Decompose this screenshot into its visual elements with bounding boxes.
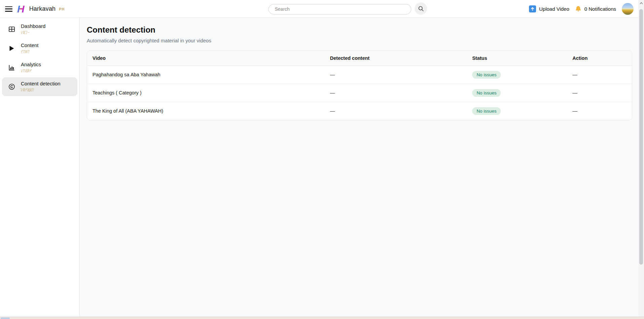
vertical-scrollbar-thumb[interactable] bbox=[639, 9, 643, 265]
grid-icon bbox=[8, 26, 15, 33]
video-title[interactable]: Teachings ( Category ) bbox=[87, 84, 325, 102]
column-header-video: Video bbox=[87, 51, 325, 66]
main-content: Content detection Automatically detect c… bbox=[80, 18, 644, 319]
column-header-detected-content: Detected content bbox=[325, 51, 467, 66]
scroll-up-arrow-icon[interactable] bbox=[638, 1, 644, 5]
user-avatar[interactable] bbox=[622, 3, 634, 15]
bar-chart-icon bbox=[8, 64, 15, 71]
upload-icon bbox=[529, 5, 536, 12]
status-badge: No issues bbox=[472, 107, 501, 115]
table-header-row: Video Detected content Status Action bbox=[87, 51, 632, 66]
sidebar-item-content[interactable]: Content ᜣᜳᜨᜦᜨ bbox=[2, 39, 77, 58]
sidebar-item-label: Content detection bbox=[21, 80, 61, 87]
search-icon bbox=[418, 6, 424, 12]
sidebar-item-label: Dashboard bbox=[21, 23, 45, 30]
search-button[interactable] bbox=[415, 2, 427, 15]
status-badge: No issues bbox=[472, 71, 501, 79]
search-input[interactable] bbox=[268, 4, 411, 14]
bell-icon bbox=[575, 6, 581, 12]
detected-content-value: — bbox=[325, 84, 467, 102]
sidebar-item-analytics[interactable]: Analytics ᜠᜨᜮᜲᜦᜲᜣ bbox=[2, 58, 77, 77]
region-badge: PH bbox=[59, 7, 65, 11]
detected-content-value: — bbox=[325, 102, 467, 120]
action-value: — bbox=[567, 102, 632, 120]
play-icon bbox=[8, 45, 15, 51]
top-bar: H Harkavah PH Upload Video 0 Notificatio… bbox=[0, 0, 644, 18]
table-row: The King of All (ABA YAHAWAH) — No issue… bbox=[87, 102, 632, 120]
vertical-scrollbar[interactable] bbox=[638, 0, 644, 317]
search-group bbox=[268, 3, 427, 15]
topbar-right-group: Upload Video 0 Notifications bbox=[529, 0, 634, 18]
page-subtitle: Automatically detect copyrighted materia… bbox=[87, 38, 632, 43]
sidebar-item-label: Content bbox=[21, 42, 39, 49]
sidebar-item-dashboard[interactable]: Dashboard ᜧᜰᜪᜳᜭ bbox=[2, 20, 77, 39]
sidebar-item-native-label: ᜣᜳᜨᜦᜨ bbox=[21, 49, 39, 55]
hamburger-menu-icon[interactable] bbox=[5, 6, 12, 12]
sidebar-item-native-label: ᜧᜲᜦᜲᜣᜰᜬᜳᜨ bbox=[21, 87, 61, 93]
brand-logo-icon[interactable]: H bbox=[17, 4, 25, 14]
column-header-status: Status bbox=[467, 51, 567, 66]
action-value: — bbox=[567, 84, 632, 102]
topbar-left-group: H Harkavah PH bbox=[5, 0, 65, 18]
detected-content-value: — bbox=[325, 66, 467, 84]
notifications-button[interactable]: 0 Notifications bbox=[584, 6, 616, 12]
sidebar: Dashboard ᜧᜰᜪᜳᜭ Content ᜣᜳᜨᜦᜨ Analytics … bbox=[0, 18, 80, 319]
horizontal-scrollbar-thumb[interactable] bbox=[1, 318, 10, 319]
sidebar-item-native-label: ᜠᜨᜮᜲᜦᜲᜣ bbox=[21, 68, 41, 74]
video-title[interactable]: The King of All (ABA YAHAWAH) bbox=[87, 102, 325, 120]
sidebar-item-native-label: ᜧᜰᜪᜳᜭ bbox=[21, 30, 45, 36]
copyright-icon bbox=[8, 83, 15, 90]
horizontal-scrollbar[interactable] bbox=[0, 317, 644, 319]
page-title: Content detection bbox=[87, 25, 632, 35]
column-header-action: Action bbox=[567, 51, 632, 66]
table-row: Teachings ( Category ) — No issues — bbox=[87, 84, 632, 102]
action-value: — bbox=[567, 66, 632, 84]
content-detection-table-card: Video Detected content Status Action Pag… bbox=[87, 50, 632, 120]
sidebar-item-content-detection[interactable]: Content detection ᜧᜲᜦᜲᜣᜰᜬᜳᜨ bbox=[2, 77, 77, 96]
sidebar-item-label: Analytics bbox=[21, 61, 41, 68]
table-row: Paghahandog sa Aba Yahawah — No issues — bbox=[87, 66, 632, 84]
upload-video-button[interactable]: Upload Video bbox=[539, 6, 569, 12]
content-detection-table: Video Detected content Status Action Pag… bbox=[87, 51, 632, 120]
brand-name[interactable]: Harkavah bbox=[29, 5, 56, 12]
status-badge: No issues bbox=[472, 89, 501, 97]
video-title[interactable]: Paghahandog sa Aba Yahawah bbox=[87, 66, 325, 84]
